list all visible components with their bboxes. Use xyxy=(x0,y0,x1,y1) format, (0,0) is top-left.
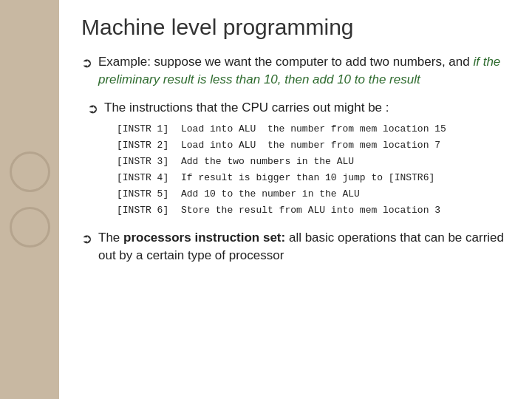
instr-label-4: [INSTR 4] xyxy=(117,170,172,186)
instr-code-1: Load into ALU the number from mem locati… xyxy=(181,121,446,137)
processors-text: The processors instruction set: all basi… xyxy=(98,229,510,265)
bullet-section: ➲ Example: suppose we want the computer … xyxy=(81,53,510,89)
bullet-symbol-3: ➲ xyxy=(81,231,92,247)
main-content: Machine level programming ➲ Example: sup… xyxy=(59,0,532,399)
table-row: [INSTR 6] Store the result from ALU into… xyxy=(117,202,510,219)
ornament-top xyxy=(10,151,50,192)
example-text: Example: suppose we want the computer to… xyxy=(98,53,510,89)
example-bullet-item: ➲ Example: suppose we want the computer … xyxy=(81,53,510,89)
instr-label-6: [INSTR 6] xyxy=(117,202,172,219)
ornament-bottom xyxy=(10,207,50,248)
table-row: [INSTR 5] Add 10 to the number in the AL… xyxy=(117,186,510,202)
table-row: [INSTR 2] Load into ALU the number from … xyxy=(117,137,510,154)
instructions-header-text: The instructions that the CPU carries ou… xyxy=(104,99,389,117)
table-row: [INSTR 4] If result is bigger than 10 ju… xyxy=(117,170,510,186)
instr-code-5: Add 10 to the number in the ALU xyxy=(181,186,360,202)
left-sidebar xyxy=(0,0,59,399)
instructions-table: [INSTR 1] Load into ALU the number from … xyxy=(117,121,510,219)
instructions-header: ➲ The instructions that the CPU carries … xyxy=(87,99,510,117)
instr-label-5: [INSTR 5] xyxy=(117,186,172,202)
instr-code-2: Load into ALU the number from mem locati… xyxy=(181,137,440,154)
instructions-section: ➲ The instructions that the CPU carries … xyxy=(87,99,510,219)
processors-bold: processors instruction set: xyxy=(123,231,285,245)
instr-code-4: If result is bigger than 10 jump to [INS… xyxy=(181,170,434,186)
table-row: [INSTR 3] Add the two numbers in the ALU xyxy=(117,154,510,170)
instr-label-3: [INSTR 3] xyxy=(117,154,172,170)
bullet-symbol-2: ➲ xyxy=(87,100,98,117)
bullet-symbol-1: ➲ xyxy=(81,55,92,71)
table-row: [INSTR 1] Load into ALU the number from … xyxy=(117,121,510,137)
instr-label-2: [INSTR 2] xyxy=(117,137,172,154)
instr-label-1: [INSTR 1] xyxy=(117,121,172,137)
page-title: Machine level programming xyxy=(81,15,510,40)
instr-code-6: Store the result from ALU into mem locat… xyxy=(181,202,440,219)
processors-section: ➲ The processors instruction set: all ba… xyxy=(81,229,510,265)
instr-code-3: Add the two numbers in the ALU xyxy=(181,154,354,170)
